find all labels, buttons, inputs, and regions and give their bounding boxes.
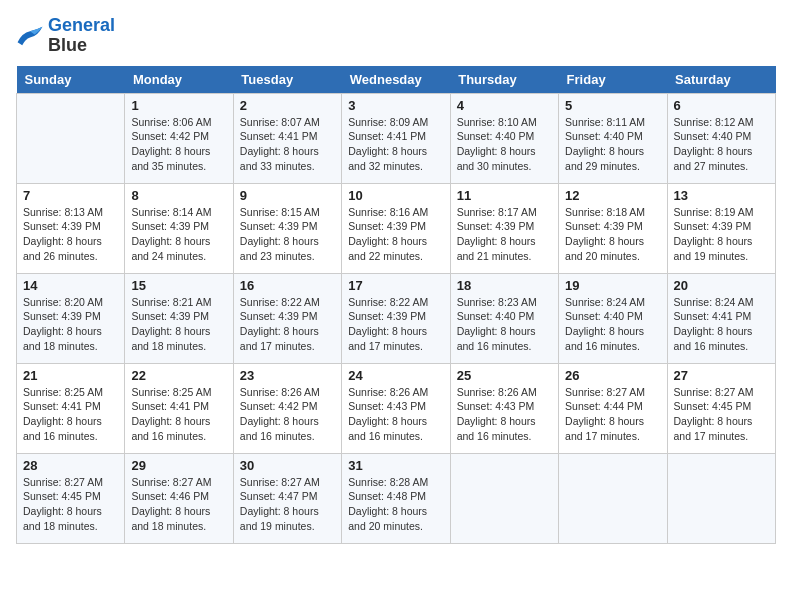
day-info: Sunrise: 8:19 AM Sunset: 4:39 PM Dayligh… [674,205,769,264]
sunrise: Sunrise: 8:14 AM [131,206,211,218]
sunrise: Sunrise: 8:23 AM [457,296,537,308]
day-info: Sunrise: 8:21 AM Sunset: 4:39 PM Dayligh… [131,295,226,354]
calendar-week-5: 28 Sunrise: 8:27 AM Sunset: 4:45 PM Dayl… [17,453,776,543]
day-number: 8 [131,188,226,203]
day-number: 14 [23,278,118,293]
sunrise: Sunrise: 8:26 AM [240,386,320,398]
sunset: Sunset: 4:40 PM [457,310,535,322]
day-info: Sunrise: 8:27 AM Sunset: 4:46 PM Dayligh… [131,475,226,534]
sunrise: Sunrise: 8:20 AM [23,296,103,308]
calendar-cell: 25 Sunrise: 8:26 AM Sunset: 4:43 PM Dayl… [450,363,558,453]
sunset: Sunset: 4:44 PM [565,400,643,412]
weekday-header-wednesday: Wednesday [342,66,450,94]
sunset: Sunset: 4:45 PM [23,490,101,502]
daylight: Daylight: 8 hours and 23 minutes. [240,235,319,262]
sunrise: Sunrise: 8:26 AM [457,386,537,398]
day-info: Sunrise: 8:15 AM Sunset: 4:39 PM Dayligh… [240,205,335,264]
weekday-header-monday: Monday [125,66,233,94]
daylight: Daylight: 8 hours and 18 minutes. [23,325,102,352]
day-number: 30 [240,458,335,473]
day-number: 20 [674,278,769,293]
daylight: Daylight: 8 hours and 18 minutes. [131,505,210,532]
day-number: 4 [457,98,552,113]
day-info: Sunrise: 8:09 AM Sunset: 4:41 PM Dayligh… [348,115,443,174]
calendar-cell: 8 Sunrise: 8:14 AM Sunset: 4:39 PM Dayli… [125,183,233,273]
weekday-header-sunday: Sunday [17,66,125,94]
daylight: Daylight: 8 hours and 24 minutes. [131,235,210,262]
day-number: 16 [240,278,335,293]
sunset: Sunset: 4:42 PM [131,130,209,142]
daylight: Daylight: 8 hours and 18 minutes. [23,505,102,532]
calendar-cell: 4 Sunrise: 8:10 AM Sunset: 4:40 PM Dayli… [450,93,558,183]
day-number: 26 [565,368,660,383]
sunset: Sunset: 4:39 PM [131,220,209,232]
calendar-cell: 22 Sunrise: 8:25 AM Sunset: 4:41 PM Dayl… [125,363,233,453]
sunset: Sunset: 4:39 PM [348,220,426,232]
sunrise: Sunrise: 8:13 AM [23,206,103,218]
calendar-week-2: 7 Sunrise: 8:13 AM Sunset: 4:39 PM Dayli… [17,183,776,273]
daylight: Daylight: 8 hours and 22 minutes. [348,235,427,262]
daylight: Daylight: 8 hours and 17 minutes. [240,325,319,352]
calendar-cell [450,453,558,543]
daylight: Daylight: 8 hours and 16 minutes. [457,415,536,442]
calendar-cell: 9 Sunrise: 8:15 AM Sunset: 4:39 PM Dayli… [233,183,341,273]
sunrise: Sunrise: 8:25 AM [23,386,103,398]
day-number: 24 [348,368,443,383]
daylight: Daylight: 8 hours and 16 minutes. [565,325,644,352]
sunset: Sunset: 4:41 PM [674,310,752,322]
calendar-cell [559,453,667,543]
logo-icon [16,25,44,47]
day-number: 19 [565,278,660,293]
day-number: 31 [348,458,443,473]
daylight: Daylight: 8 hours and 17 minutes. [565,415,644,442]
sunrise: Sunrise: 8:24 AM [674,296,754,308]
sunset: Sunset: 4:40 PM [457,130,535,142]
daylight: Daylight: 8 hours and 29 minutes. [565,145,644,172]
sunrise: Sunrise: 8:11 AM [565,116,645,128]
calendar-cell: 27 Sunrise: 8:27 AM Sunset: 4:45 PM Dayl… [667,363,775,453]
day-info: Sunrise: 8:27 AM Sunset: 4:44 PM Dayligh… [565,385,660,444]
calendar-cell: 2 Sunrise: 8:07 AM Sunset: 4:41 PM Dayli… [233,93,341,183]
day-info: Sunrise: 8:26 AM Sunset: 4:43 PM Dayligh… [348,385,443,444]
sunrise: Sunrise: 8:12 AM [674,116,754,128]
sunset: Sunset: 4:40 PM [565,130,643,142]
sunset: Sunset: 4:40 PM [565,310,643,322]
day-info: Sunrise: 8:26 AM Sunset: 4:43 PM Dayligh… [457,385,552,444]
daylight: Daylight: 8 hours and 16 minutes. [131,415,210,442]
day-info: Sunrise: 8:27 AM Sunset: 4:47 PM Dayligh… [240,475,335,534]
sunrise: Sunrise: 8:27 AM [565,386,645,398]
weekday-header-row: SundayMondayTuesdayWednesdayThursdayFrid… [17,66,776,94]
calendar-cell: 16 Sunrise: 8:22 AM Sunset: 4:39 PM Dayl… [233,273,341,363]
sunrise: Sunrise: 8:27 AM [131,476,211,488]
day-number: 28 [23,458,118,473]
calendar-cell: 19 Sunrise: 8:24 AM Sunset: 4:40 PM Dayl… [559,273,667,363]
sunrise: Sunrise: 8:22 AM [240,296,320,308]
calendar-cell: 31 Sunrise: 8:28 AM Sunset: 4:48 PM Dayl… [342,453,450,543]
day-number: 29 [131,458,226,473]
sunset: Sunset: 4:40 PM [674,130,752,142]
sunset: Sunset: 4:39 PM [457,220,535,232]
calendar-cell: 24 Sunrise: 8:26 AM Sunset: 4:43 PM Dayl… [342,363,450,453]
sunrise: Sunrise: 8:27 AM [23,476,103,488]
sunset: Sunset: 4:46 PM [131,490,209,502]
calendar-cell: 14 Sunrise: 8:20 AM Sunset: 4:39 PM Dayl… [17,273,125,363]
day-number: 22 [131,368,226,383]
daylight: Daylight: 8 hours and 27 minutes. [674,145,753,172]
daylight: Daylight: 8 hours and 18 minutes. [131,325,210,352]
day-info: Sunrise: 8:27 AM Sunset: 4:45 PM Dayligh… [674,385,769,444]
calendar-cell [667,453,775,543]
day-number: 13 [674,188,769,203]
day-number: 18 [457,278,552,293]
day-number: 1 [131,98,226,113]
sunset: Sunset: 4:39 PM [240,220,318,232]
sunset: Sunset: 4:42 PM [240,400,318,412]
sunrise: Sunrise: 8:06 AM [131,116,211,128]
calendar-cell: 30 Sunrise: 8:27 AM Sunset: 4:47 PM Dayl… [233,453,341,543]
calendar-cell: 29 Sunrise: 8:27 AM Sunset: 4:46 PM Dayl… [125,453,233,543]
daylight: Daylight: 8 hours and 32 minutes. [348,145,427,172]
sunset: Sunset: 4:39 PM [674,220,752,232]
day-number: 15 [131,278,226,293]
day-info: Sunrise: 8:22 AM Sunset: 4:39 PM Dayligh… [240,295,335,354]
day-number: 3 [348,98,443,113]
sunrise: Sunrise: 8:17 AM [457,206,537,218]
